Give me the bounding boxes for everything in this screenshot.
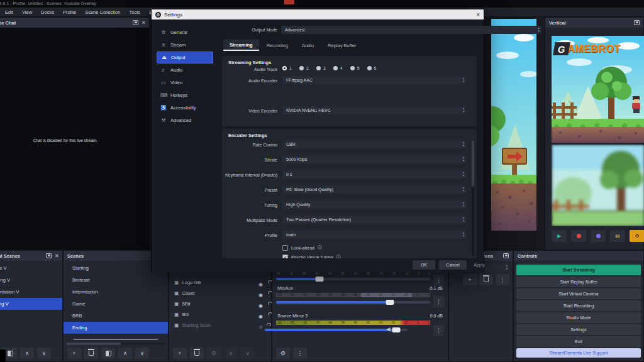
move-up-button[interactable]: ∧ bbox=[20, 348, 34, 359]
output-tab[interactable]: Replay Buffer bbox=[321, 40, 362, 51]
visibility-toggle-icon[interactable] bbox=[258, 288, 263, 299]
popout-icon[interactable] bbox=[133, 20, 138, 25]
audio-track-radio[interactable]: 6 bbox=[367, 66, 377, 70]
visibility-toggle-icon[interactable] bbox=[258, 320, 263, 331]
move-up-button[interactable]: ∧ bbox=[224, 348, 238, 359]
vertical-stream-button[interactable]: ▶ bbox=[552, 230, 567, 242]
control-button[interactable]: Start Recording bbox=[516, 300, 641, 311]
source-row[interactable]: ▣ BG bbox=[169, 309, 271, 320]
scene-item[interactable]: BRB bbox=[64, 310, 168, 322]
popout-icon[interactable] bbox=[46, 253, 52, 258]
menu-item[interactable]: Docks bbox=[41, 9, 54, 15]
close-icon[interactable]: × bbox=[55, 253, 58, 258]
control-button[interactable]: Start Virtual Camera bbox=[516, 288, 641, 299]
chat-dock-header[interactable]: Youtube Chat × bbox=[0, 18, 149, 28]
close-icon[interactable]: × bbox=[142, 20, 145, 25]
vertical-scene-item[interactable]: Game V bbox=[0, 262, 62, 274]
vertical-backtrack-button[interactable] bbox=[591, 230, 606, 242]
audio-track-radio[interactable]: 4 bbox=[333, 66, 343, 70]
menu-item[interactable]: Tools bbox=[129, 9, 140, 15]
vertical-scene-item[interactable]: Intermission V bbox=[0, 286, 62, 298]
menu-item[interactable]: Scene Collection bbox=[85, 9, 120, 15]
menu-item[interactable]: Edit bbox=[5, 9, 13, 15]
popout-icon[interactable] bbox=[503, 253, 509, 258]
output-tab[interactable]: Recording bbox=[260, 40, 294, 51]
visibility-toggle-icon[interactable] bbox=[258, 299, 263, 310]
scenes-scrollbar[interactable] bbox=[66, 343, 165, 345]
settings-sidebar-item[interactable]: ⚙ General bbox=[157, 26, 213, 38]
vertical-record-button[interactable] bbox=[571, 230, 586, 242]
settings-sidebar-item[interactable]: ♬ Audio bbox=[157, 64, 213, 76]
remove-scene-button[interactable] bbox=[84, 348, 98, 359]
move-down-button[interactable]: ∨ bbox=[37, 348, 51, 359]
settings-sidebar-item[interactable]: ≋ Stream bbox=[157, 39, 213, 51]
volume-slider[interactable]: 0.0 bbox=[276, 278, 430, 280]
encoder-setting-select[interactable]: 5000 Kbps ▴▾ bbox=[282, 155, 466, 163]
add-transition-button[interactable]: + bbox=[463, 274, 477, 285]
visibility-toggle-icon[interactable] bbox=[258, 309, 263, 321]
mixer-menu-icon[interactable]: ⋮ bbox=[293, 348, 307, 359]
output-tab[interactable]: Audio bbox=[296, 40, 320, 51]
encoder-setting-select[interactable]: 0 s ▴▾ bbox=[282, 170, 466, 178]
scene-item[interactable]: Ending bbox=[64, 322, 168, 334]
volume-slider[interactable]: ◀) bbox=[265, 329, 408, 331]
encoder-setting-select[interactable]: High Quality ▴▾ bbox=[282, 200, 466, 209]
scene-item[interactable]: Brotcast bbox=[64, 274, 168, 286]
scene-item[interactable]: Game bbox=[64, 298, 168, 310]
control-button[interactable]: Studio Mode bbox=[516, 312, 641, 323]
ok-button[interactable]: OK bbox=[413, 260, 435, 270]
remove-transition-button[interactable] bbox=[479, 274, 493, 285]
source-row[interactable]: ▣ Starting Soon bbox=[169, 320, 271, 331]
apply-button[interactable]: Apply bbox=[470, 260, 489, 270]
settings-sidebar-item[interactable]: ⚒ Advanced bbox=[157, 114, 213, 126]
control-button[interactable]: Exit bbox=[516, 336, 641, 347]
source-row[interactable]: ▣ Cloud bbox=[169, 288, 271, 299]
move-up-button[interactable]: ∧ bbox=[118, 348, 132, 359]
settings-dialog-titlebar[interactable]: ⚙ Settings × bbox=[152, 9, 484, 19]
move-down-button[interactable]: ∨ bbox=[135, 348, 149, 359]
menu-item[interactable]: View bbox=[22, 9, 32, 15]
mixer-options-icon[interactable]: ⋮ bbox=[433, 325, 444, 336]
vertical-preview-bottom[interactable] bbox=[552, 145, 644, 226]
encoder-scrollbar[interactable] bbox=[472, 140, 474, 256]
volume-slider[interactable]: 0.0 bbox=[276, 301, 430, 304]
vertical-scene-item[interactable]: Ending V bbox=[0, 298, 62, 310]
output-tab[interactable]: Streaming bbox=[223, 40, 259, 51]
transition-menu-icon[interactable]: ⋮ bbox=[496, 274, 509, 285]
remove-source-button[interactable] bbox=[190, 348, 204, 359]
audio-encoder-select[interactable]: FFmpeg AAC ▴▾ bbox=[282, 76, 466, 84]
speaker-icon[interactable]: ◀) bbox=[386, 327, 391, 332]
audio-track-radio[interactable]: 2 bbox=[299, 66, 309, 70]
control-button[interactable]: Start Streaming bbox=[516, 265, 641, 275]
cancel-button[interactable]: Cancel bbox=[439, 260, 467, 270]
look-ahead-checkbox[interactable] bbox=[282, 245, 288, 251]
add-scene-button[interactable]: + bbox=[67, 348, 81, 359]
encoder-setting-select[interactable]: main ▴▾ bbox=[282, 231, 466, 239]
vertical-settings-button[interactable]: ⚙ bbox=[630, 230, 644, 242]
add-source-button[interactable]: + bbox=[173, 348, 187, 359]
vertical-camera-button[interactable]: ▤ bbox=[610, 230, 625, 242]
audio-track-radio[interactable]: 3 bbox=[316, 66, 326, 70]
output-mode-select[interactable]: Advanced ▴▾ bbox=[281, 26, 541, 34]
vertical-dock-header[interactable]: Vertical bbox=[545, 18, 643, 28]
visibility-toggle-icon[interactable] bbox=[258, 277, 263, 288]
dialog-close-icon[interactable]: × bbox=[476, 11, 480, 18]
popout-icon[interactable] bbox=[634, 20, 640, 25]
vertical-scene-item[interactable]: Starting V bbox=[0, 274, 62, 286]
settings-sidebar-item[interactable]: ♿ Accessibility bbox=[157, 102, 213, 114]
mixer-config-icon[interactable]: ⚙ bbox=[276, 348, 290, 359]
audio-track-radio[interactable]: 1 bbox=[282, 66, 292, 70]
move-down-button[interactable]: ∨ bbox=[241, 348, 255, 359]
audio-track-radio[interactable]: 5 bbox=[350, 66, 360, 70]
mixer-options-icon[interactable]: ⋮ bbox=[433, 275, 444, 286]
encoder-setting-select[interactable]: P5: Slow (Good Quality) ▴▾ bbox=[282, 185, 466, 194]
settings-sidebar-item[interactable]: ▭ Video bbox=[157, 77, 213, 89]
video-encoder-select[interactable]: NVIDIA NVENC HEVC ▴▾ bbox=[282, 106, 466, 114]
source-properties-button[interactable]: ⚙ bbox=[207, 348, 221, 359]
control-button[interactable]: Settings bbox=[516, 324, 641, 335]
scene-filters-button[interactable] bbox=[101, 348, 115, 359]
encoder-setting-select[interactable]: CBR ▴▾ bbox=[282, 140, 466, 148]
encoder-setting-select[interactable]: Two Passes (Quarter Resolution) ▴▾ bbox=[282, 216, 466, 224]
source-row[interactable]: ▣ 8Bit bbox=[169, 299, 271, 309]
source-row[interactable]: ▣ Logo GB bbox=[169, 277, 271, 288]
